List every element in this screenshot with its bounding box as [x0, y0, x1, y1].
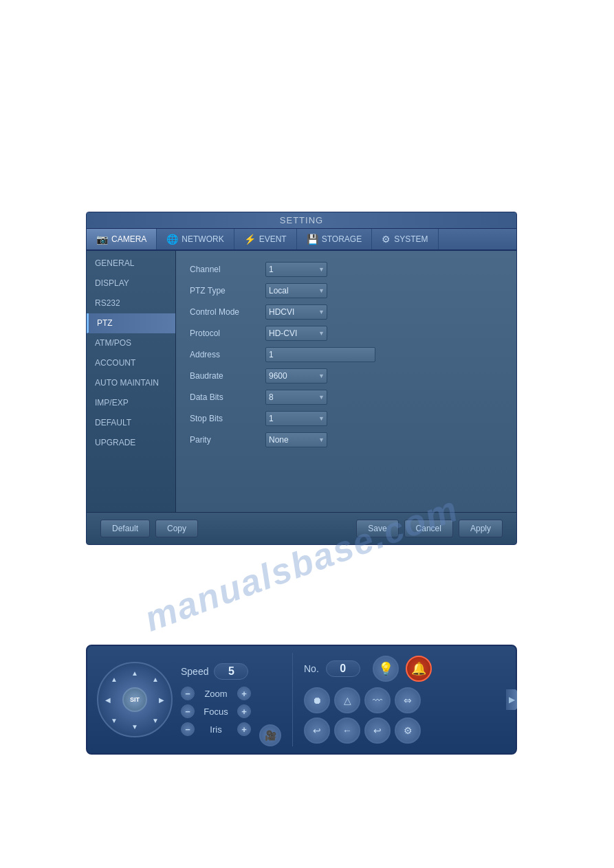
data-bits-select[interactable]: 87	[265, 390, 327, 405]
address-row: Address	[190, 347, 503, 362]
system-tab-icon	[382, 234, 391, 245]
zoom-label: Zoom	[199, 689, 233, 699]
ptz-type-select[interactable]: LocalRemote	[265, 283, 327, 298]
stop-bits-label: Stop Bits	[190, 414, 265, 423]
sidebar-item-display[interactable]: DISPLAY	[87, 274, 175, 293]
sidebar-item-atm[interactable]: ATM/POS	[87, 333, 175, 353]
setting-title: SETTING	[87, 212, 516, 229]
channel-row: Channel 1234	[190, 262, 503, 277]
channel-select[interactable]: 1234	[265, 262, 327, 277]
focus-row: − Focus +	[181, 704, 251, 718]
stop-bits-select[interactable]: 12	[265, 411, 327, 426]
preset-button[interactable]: △	[334, 687, 360, 713]
ptz-type-label: PTZ Type	[190, 286, 265, 296]
settings-button[interactable]: ⚙	[395, 717, 421, 744]
dpad-circle: ▲ ▼ ◀ ▶ ▲ ▲ ▼ ▼ SIT	[97, 662, 173, 737]
ptz-function-grid: ⏺ △ 〰 ⇔ ↩ ← ↩ ⚙	[304, 687, 432, 744]
tab-camera[interactable]: CAMERA	[87, 229, 157, 249]
copy-button[interactable]: Copy	[155, 520, 198, 537]
parity-select[interactable]: NoneOddEven	[265, 432, 327, 447]
dpad-upright-button[interactable]: ▲	[148, 671, 163, 687]
ptz-speed-controls: Speed 5 − Zoom + − Focus + − Iris +	[181, 663, 251, 736]
control-mode-select-wrapper: HDCVIRS485	[265, 304, 327, 320]
event-tab-label: EVENT	[259, 234, 287, 244]
ptz-type-row: PTZ Type LocalRemote	[190, 283, 503, 298]
tour-button[interactable]: ↩	[304, 717, 330, 744]
sidebar-item-upgrade[interactable]: UPGRADE	[87, 433, 175, 453]
system-tab-label: SYSTEM	[394, 234, 428, 244]
tab-event[interactable]: EVENT	[234, 229, 297, 249]
channel-select-wrapper: 1234	[265, 262, 327, 277]
sidebar-item-account[interactable]: ACCOUNT	[87, 353, 175, 373]
ptz-right-controls: No. 0 💡 🔔 ⏺ △ 〰 ⇔ ↩ ← ↩ ⚙	[304, 656, 432, 744]
directional-pad: ▲ ▼ ◀ ▶ ▲ ▲ ▼ ▼ SIT	[97, 662, 173, 737]
dpad-down-button[interactable]: ▼	[127, 719, 142, 734]
stop-bits-select-wrapper: 12	[265, 411, 327, 426]
parity-row: Parity NoneOddEven	[190, 432, 503, 447]
dpad-downleft-button[interactable]: ▼	[107, 713, 122, 728]
baudrate-select[interactable]: 960048001920038400	[265, 368, 327, 383]
title-text: SETTING	[280, 215, 323, 225]
sidebar-item-imp-exp[interactable]: IMP/EXP	[87, 393, 175, 413]
apply-button[interactable]: Apply	[459, 520, 503, 537]
speed-row: Speed 5	[181, 663, 251, 680]
camera-tab-label: CAMERA	[111, 234, 146, 244]
focus-plus-button[interactable]: +	[237, 704, 251, 718]
dpad-up-button[interactable]: ▲	[127, 665, 142, 680]
tab-network[interactable]: NETWORK	[157, 229, 234, 249]
ptz-type-select-wrapper: LocalRemote	[265, 283, 327, 298]
back-button[interactable]: ←	[334, 717, 360, 744]
iris-plus-button[interactable]: +	[237, 722, 251, 736]
ptz-extra-button[interactable]: 🎥	[259, 724, 281, 746]
expand-arrow[interactable]: ▶	[506, 689, 517, 710]
storage-tab-icon	[307, 234, 318, 245]
baudrate-row: Baudrate 960048001920038400	[190, 368, 503, 383]
dpad-center-button[interactable]: SIT	[122, 687, 147, 712]
baudrate-label: Baudrate	[190, 371, 265, 381]
sidebar-item-rs232[interactable]: RS232	[87, 293, 175, 313]
return-button[interactable]: ↩	[364, 717, 391, 744]
sidebar: GENERAL DISPLAY RS232 PTZ ATM/POS ACCOUN…	[87, 251, 176, 512]
mirror-button[interactable]: ⇔	[395, 687, 421, 713]
parity-select-wrapper: NoneOddEven	[265, 432, 327, 447]
sidebar-item-general[interactable]: GENERAL	[87, 254, 175, 274]
tab-bar: CAMERA NETWORK EVENT STORAGE SYSTEM	[87, 229, 516, 251]
iris-minus-button[interactable]: −	[181, 722, 195, 736]
tab-storage[interactable]: STORAGE	[297, 229, 372, 249]
focus-label: Focus	[199, 706, 233, 717]
zoom-row: − Zoom +	[181, 687, 251, 700]
speed-label: Speed	[181, 666, 208, 677]
dpad-right-button[interactable]: ▶	[154, 692, 169, 707]
alarm-button[interactable]: 🔔	[406, 656, 432, 682]
dpad-left-button[interactable]: ◀	[100, 692, 116, 707]
control-mode-select[interactable]: HDCVIRS485	[265, 304, 327, 320]
event-tab-icon	[244, 234, 256, 245]
focus-minus-button[interactable]: −	[181, 704, 195, 718]
dpad-downright-button[interactable]: ▼	[148, 713, 163, 728]
dpad-upleft-button[interactable]: ▲	[107, 671, 122, 687]
protocol-select-wrapper: HD-CVIPELCO-DPELCO-P	[265, 326, 327, 341]
button-row: Default Copy Save Cancel Apply	[87, 512, 516, 544]
cancel-button[interactable]: Cancel	[404, 520, 453, 537]
lamp-button[interactable]: 💡	[373, 656, 399, 682]
sidebar-item-default[interactable]: DEFAULT	[87, 413, 175, 433]
record-button[interactable]: ⏺	[304, 687, 330, 713]
sidebar-item-ptz[interactable]: PTZ	[87, 313, 175, 333]
flip-button[interactable]: 〰	[364, 687, 391, 713]
network-tab-label: NETWORK	[182, 234, 223, 244]
ptz-control-panel: ▲ ▼ ◀ ▶ ▲ ▲ ▼ ▼ SIT Speed 5 − Zoom + − F…	[86, 645, 517, 755]
iris-row: − Iris +	[181, 722, 251, 736]
zoom-plus-button[interactable]: +	[237, 687, 251, 700]
default-button[interactable]: Default	[100, 520, 150, 537]
tab-system[interactable]: SYSTEM	[372, 229, 438, 249]
stop-bits-row: Stop Bits 12	[190, 411, 503, 426]
address-input[interactable]	[265, 347, 375, 362]
no-label: No.	[304, 663, 319, 674]
save-button[interactable]: Save	[356, 520, 398, 537]
sidebar-item-auto-maintain[interactable]: AUTO MAINTAIN	[87, 373, 175, 393]
protocol-select[interactable]: HD-CVIPELCO-DPELCO-P	[265, 326, 327, 341]
ptz-no-row: No. 0 💡 🔔	[304, 656, 432, 682]
channel-label: Channel	[190, 265, 265, 274]
zoom-minus-button[interactable]: −	[181, 687, 195, 700]
address-label: Address	[190, 350, 265, 359]
